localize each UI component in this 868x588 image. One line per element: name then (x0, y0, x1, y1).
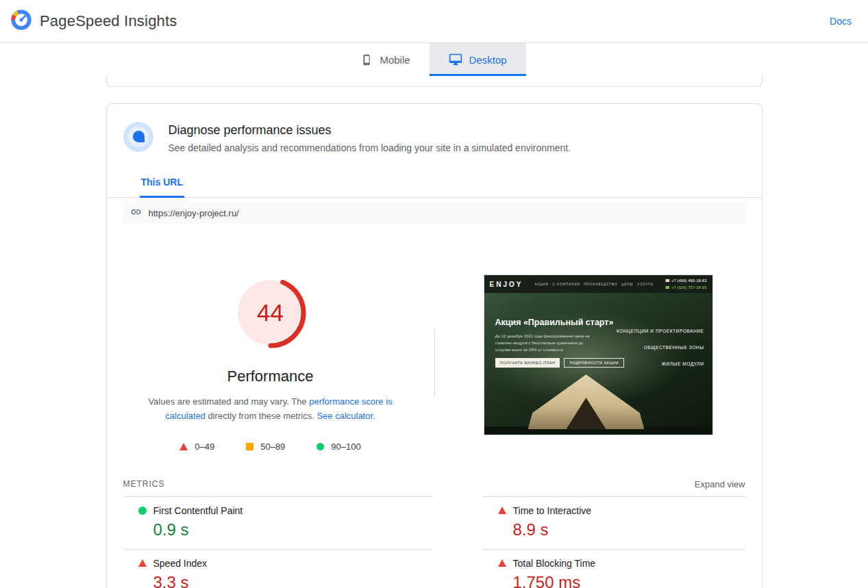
metric-name: Total Blocking Time (513, 558, 596, 569)
site-side-menu: КОНЦЕПЦИИ И ПРОЕКТИРОВАНИЕ ОБЩЕСТВЕННЫЕ … (617, 329, 704, 366)
site-header: ENJOY АКЦИЯ О КОМПАНИИ ПРОИЗВОДСТВО ЦЕНЫ… (484, 275, 712, 293)
site-button-business-plan: ПОЛУЧИТЬ БИЗНЕС-ПЛАН (495, 358, 560, 368)
legend-item-pass: 90–100 (317, 442, 360, 452)
fail-triangle-icon (138, 559, 147, 567)
pagespeed-logo-icon (11, 10, 32, 33)
expand-view-button[interactable]: Expand view (695, 479, 745, 489)
pass-circle-icon (138, 507, 147, 515)
site-phones: ☎+7 (499) 495-18-83 ☎+7 (926) 757-38-95 (665, 277, 706, 291)
site-paragraph: До 12 декабря 2021 года фиксированная це… (495, 333, 599, 354)
score-description-text: Values are estimated and may vary. The (148, 396, 309, 407)
pass-circle-icon (317, 443, 324, 450)
metric-value: 3.3 s (153, 573, 433, 588)
mobile-phone-icon (361, 54, 373, 66)
metric-name: Time to Interactive (513, 505, 592, 516)
diagnose-title: Diagnose performance issues (169, 123, 571, 138)
legend-average-range: 50–89 (260, 442, 285, 452)
tab-desktop[interactable]: Desktop (430, 43, 526, 76)
screenshot-column: ENJOY АКЦИЯ О КОМПАНИИ ПРОИЗВОДСТВО ЦЕНЫ… (435, 274, 762, 452)
tab-desktop-label: Desktop (469, 54, 507, 66)
site-menu-item: ЖИЛЫЕ МОДУЛИ (617, 361, 704, 366)
link-icon (130, 206, 142, 220)
metric-total-blocking-time: Total Blocking Time 1,750 ms (483, 549, 745, 588)
tab-mobile-label: Mobile (380, 54, 410, 66)
fail-triangle-icon (498, 559, 506, 567)
diagnose-card: Diagnose performance issues See detailed… (106, 103, 762, 588)
see-calculator-link[interactable]: See calculator. (317, 411, 375, 421)
app-title: PageSpeed Insights (40, 12, 177, 30)
desktop-monitor-icon (449, 53, 462, 66)
app-logo-link[interactable]: PageSpeed Insights (11, 10, 177, 33)
site-menu-item: КОНЦЕПЦИИ И ПРОЕКТИРОВАНИЕ (617, 329, 704, 333)
docs-link[interactable]: Docs (830, 16, 852, 27)
performance-score-column: 44 Performance Values are estimated and … (107, 274, 434, 452)
site-buttons: ПОЛУЧИТЬ БИЗНЕС-ПЛАН ПОДРОБНОСТИ АКЦИИ (495, 358, 624, 368)
fail-triangle-icon (498, 507, 506, 514)
analyzed-url: https://enjoy-project.ru/ (149, 208, 239, 218)
score-description: Values are estimated and may vary. The p… (132, 395, 409, 424)
site-brand: ENJOY (490, 281, 523, 288)
performance-label: Performance (107, 368, 434, 385)
performance-gauge[interactable]: 44 (232, 274, 309, 351)
site-phone-2: ☎+7 (926) 757-38-95 (665, 285, 706, 290)
metric-first-contentful-paint: First Contentful Paint 0.9 s (123, 496, 433, 549)
metrics-header: METRICS Expand view (123, 479, 745, 489)
top-bar: PageSpeed Insights Docs (0, 0, 868, 43)
phone-icon: ☎ (665, 285, 669, 290)
page-screenshot-thumbnail[interactable]: ENJOY АКЦИЯ О КОМПАНИИ ПРОИЗВОДСТВО ЦЕНЫ… (484, 274, 713, 435)
metrics-grid: First Contentful Paint 0.9 s Time to Int… (123, 496, 745, 588)
site-menu-item: ОБЩЕСТВЕННЫЕ ЗОНЫ (617, 345, 704, 350)
metric-speed-index: Speed Index 3.3 s (123, 549, 433, 588)
legend-item-fail: 0–49 (179, 442, 214, 452)
tab-mobile[interactable]: Mobile (342, 43, 429, 76)
phone-icon: ☎ (665, 279, 669, 283)
metrics-section-label: METRICS (123, 479, 165, 489)
average-square-icon (246, 443, 253, 450)
device-tab-bar: Mobile Desktop (0, 43, 868, 76)
metric-name: First Contentful Paint (153, 505, 243, 516)
previous-card-bottom-edge (106, 76, 762, 87)
tab-this-url[interactable]: This URL (140, 170, 184, 198)
legend-item-average: 50–89 (246, 442, 285, 452)
site-headline: Акция «Правильный старт» (495, 318, 614, 327)
score-section: 44 Performance Values are estimated and … (107, 224, 762, 452)
legend-fail-range: 0–49 (195, 442, 214, 452)
metric-name: Speed Index (153, 558, 208, 569)
site-phone-1: ☎+7 (499) 495-18-83 (665, 279, 706, 283)
legend-pass-range: 90–100 (331, 442, 360, 452)
analyzed-url-bar: https://enjoy-project.ru/ (123, 202, 745, 224)
performance-score: 44 (232, 274, 309, 351)
metric-value: 0.9 s (153, 520, 433, 539)
url-tab-bar: This URL (107, 170, 762, 198)
metric-value: 1,750 ms (513, 573, 745, 588)
site-nav: АКЦИЯ О КОМПАНИИ ПРОИЗВОДСТВО ЦЕНЫ УСЛУГ… (528, 283, 659, 286)
metric-value: 8.9 s (513, 520, 745, 539)
score-legend: 0–49 50–89 90–100 (107, 442, 434, 452)
diagnose-subtitle: See detailed analysis and recommendation… (169, 142, 571, 153)
site-button-promo-details: ПОДРОБНОСТИ АКЦИИ (564, 358, 624, 368)
score-description-text2: directly from these metrics. (206, 411, 317, 421)
fail-triangle-icon (179, 443, 188, 450)
metric-time-to-interactive: Time to Interactive 8.9 s (483, 496, 745, 549)
diagnose-compass-icon (123, 122, 153, 152)
diagnose-card-header: Diagnose performance issues See detailed… (107, 104, 762, 153)
tent-illustration (528, 374, 645, 429)
